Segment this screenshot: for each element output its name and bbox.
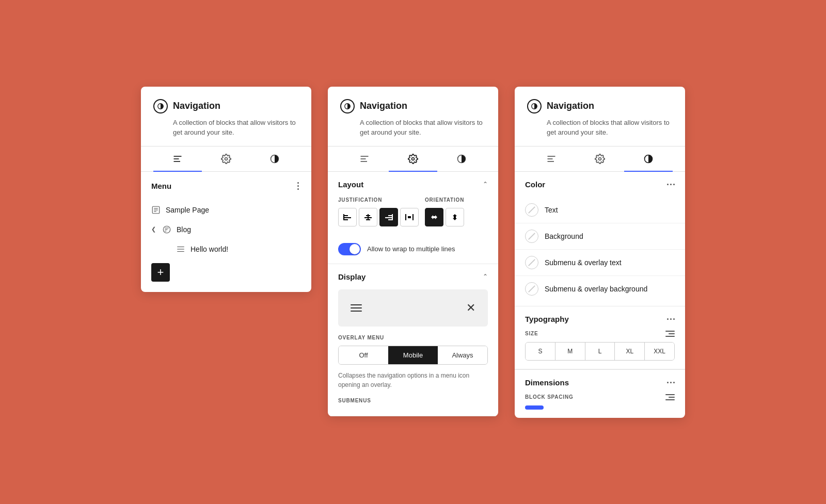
svg-rect-34 [392,214,393,220]
size-label: SIZE [525,331,538,336]
color-swatch-background [525,230,538,243]
justification-label: JUSTIFICATION [338,197,419,203]
add-icon: + [157,267,164,278]
dimensions-dots[interactable] [667,382,675,383]
orient-vertical-btn[interactable] [446,208,464,226]
svg-rect-31 [388,215,392,216]
title-row-1: Navigation [153,99,299,113]
wrap-toggle[interactable] [338,243,361,255]
tab-gear-1[interactable] [202,147,250,171]
size-s-btn[interactable]: S [526,343,555,360]
panel-title-2: Navigation [360,101,407,111]
size-m-btn[interactable]: M [555,343,585,360]
display-header[interactable]: Display ⌃ [338,272,488,281]
justify-space-btn[interactable] [400,208,419,226]
tab-list-2[interactable] [340,147,389,171]
color-item-background[interactable]: Background [515,223,685,250]
typography-dots[interactable] [667,318,675,320]
orient-horizontal-btn[interactable] [425,208,443,226]
nav-icon-2 [340,99,355,113]
display-title: Display [338,272,366,281]
tab-bar-3 [515,147,685,172]
color-section-header: Color [515,172,685,197]
title-row-3: Navigation [527,99,673,113]
size-xxl-btn[interactable]: XXL [645,343,674,360]
overlay-segment: Off Mobile Always [338,346,488,365]
hamburger-icon [351,304,362,312]
tab-list-1[interactable] [153,147,202,171]
size-xl-btn[interactable]: XL [615,343,645,360]
dimensions-section: Dimensions BLOCK SPACING [515,370,685,418]
svg-rect-23 [344,215,348,216]
color-label-submenu-text: Submenu & overlay text [545,258,622,267]
tab-contrast-1[interactable] [250,147,299,171]
nav-icon-1 [153,99,168,113]
submenus-label: SUBMENUS [338,398,488,408]
menu-item-label-hello: Hello world! [190,245,228,253]
overlay-always-btn[interactable]: Always [438,346,487,364]
color-item-submenu-bg[interactable]: Submenu & overlay background [515,276,685,302]
tab-contrast-2[interactable] [437,147,486,171]
panel-menu: Navigation A collection of blocks that a… [141,87,311,292]
block-spacing-label: BLOCK SPACING [525,394,574,400]
layout-header[interactable]: Layout ⌃ [338,180,488,189]
menu-item-blog[interactable]: ❮ Blog [151,220,301,239]
color-swatch-text [525,203,538,217]
svg-rect-25 [344,219,348,220]
menu-title: Menu [151,182,171,190]
tab-gear-3[interactable] [576,147,624,171]
color-item-submenu-text[interactable]: Submenu & overlay text [515,250,685,276]
panel-title-1: Navigation [173,101,220,111]
title-row-2: Navigation [340,99,486,113]
svg-rect-32 [385,217,392,218]
orientation-label: ORIENTATION [425,197,488,203]
panel-body-2: Layout ⌃ JUSTIFICATION [328,172,498,416]
svg-rect-37 [408,216,411,218]
color-title: Color [525,180,545,189]
color-dots[interactable] [667,184,675,185]
orientation-group: ORIENTATION [425,197,488,235]
tab-bar-1 [141,147,311,172]
add-menu-item-button[interactable]: + [151,263,170,282]
panel-body-3: Color Text Background [515,172,685,418]
justify-right-btn[interactable] [379,208,398,226]
dimensions-title: Dimensions [525,378,569,387]
color-label-background: Background [545,232,583,240]
panel-header-2: Navigation A collection of blocks that a… [328,87,498,147]
panel-color: Navigation A collection of blocks that a… [515,87,685,418]
tab-bar-2 [328,147,498,172]
svg-rect-33 [388,219,392,220]
wrap-label: Allow to wrap to multiple lines [367,245,455,253]
block-spacing-adjust-icon [665,394,675,400]
justification-group: JUSTIFICATION [338,197,419,235]
overlay-off-btn[interactable]: Off [339,346,388,364]
overlay-mobile-btn[interactable]: Mobile [388,346,438,364]
overlay-menu-label: OVERLAY MENU [338,335,488,340]
menu-item-label-blog: Blog [177,225,191,234]
menu-item-hello-world[interactable]: Hello world! [151,239,301,259]
panel-description-3: A collection of blocks that allow visito… [527,118,673,138]
panel-header-3: Navigation A collection of blocks that a… [515,87,685,147]
menu-item-sample-page[interactable]: Sample Page [151,200,301,220]
tab-list-3[interactable] [527,147,576,171]
panel-description-2: A collection of blocks that allow visito… [340,118,486,138]
justify-buttons [338,208,419,226]
expand-arrow-blog: ❮ [151,226,156,233]
menu-dots[interactable] [295,180,301,192]
svg-rect-26 [343,214,344,220]
panel-body-1: Menu Sample Page ❮ [141,172,311,292]
justify-center-btn[interactable] [359,208,377,226]
layout-section: Layout ⌃ JUSTIFICATION [328,172,498,264]
wrap-toggle-row: Allow to wrap to multiple lines [338,243,488,255]
justify-left-btn[interactable] [338,208,357,226]
menu-section-header: Menu [141,172,311,200]
tab-contrast-3[interactable] [624,147,673,171]
display-section: Display ⌃ ✕ OVERLAY MENU Off Mobile Alwa… [328,264,498,416]
color-item-text[interactable]: Text [515,197,685,223]
toggle-knob [350,244,360,254]
panel-header-1: Navigation A collection of blocks that a… [141,87,311,147]
menu-items: Sample Page ❮ Blog Hello world! [141,200,311,292]
size-l-btn[interactable]: L [585,343,615,360]
close-x-icon: ✕ [466,302,475,314]
tab-gear-2[interactable] [389,147,437,171]
